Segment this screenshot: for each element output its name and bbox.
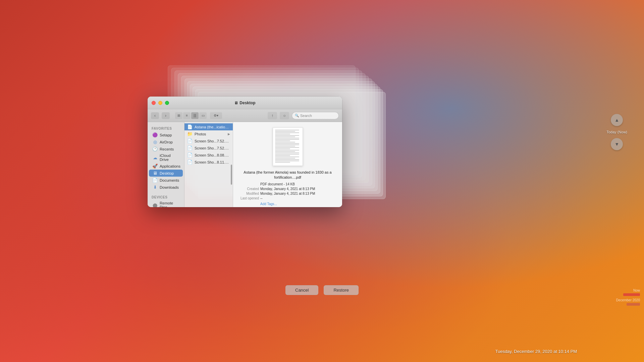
pdf-line xyxy=(275,150,299,150)
bottom-buttons: Cancel Restore xyxy=(285,285,359,295)
sidebar-item-applications[interactable]: 🚀 Applications xyxy=(149,163,183,170)
file-item-screen3[interactable]: 📄 Screen Sho...8.08.25 PM xyxy=(184,152,233,159)
setapp-icon: 🟣 xyxy=(152,132,158,137)
file-type-row: PDF document - 14 KB xyxy=(237,182,338,186)
pdf-line xyxy=(275,153,299,153)
file-type-label xyxy=(237,182,259,186)
pdf-line xyxy=(275,139,299,140)
recents-icon: 🕐 xyxy=(152,146,158,152)
timemachine-controls: ▲ Today (Now) ▼ xyxy=(606,114,627,150)
back-button[interactable]: ‹ xyxy=(151,112,159,119)
pdf-line xyxy=(275,161,299,161)
created-label: Created xyxy=(237,187,259,191)
pdf-line xyxy=(275,142,296,142)
modified-value: Monday, January 4, 2021 at 8:13 PM xyxy=(260,192,315,195)
finder-titlebar: 🖥 Desktop xyxy=(148,97,342,109)
finder-toolbar: ‹ › ⊞ ≡ ||| ▭ ⚙▾ ↑ ○ 🔍 Search xyxy=(148,109,342,122)
gallery-view-button[interactable]: ▭ xyxy=(199,112,207,119)
finder-body: Favorites 🟣 Setapp ◎ AirDrop 🕐 Recents ☁… xyxy=(148,122,342,207)
sidebar-item-remote-disc[interactable]: ⬤ Remote Disc xyxy=(149,200,183,207)
tm-date-dec[interactable]: December 2020 xyxy=(616,298,640,302)
cancel-button[interactable]: Cancel xyxy=(285,285,318,295)
sidebar-item-recents[interactable]: 🕐 Recents xyxy=(149,145,183,153)
pdf-line xyxy=(275,143,299,144)
pdf-line xyxy=(275,132,299,133)
maximize-button[interactable] xyxy=(165,101,169,105)
close-button[interactable] xyxy=(152,101,156,105)
sidebar-item-documents[interactable]: 📄 Documents xyxy=(149,177,183,184)
column-view-button[interactable]: ||| xyxy=(191,112,199,119)
remote-disc-icon: ⬤ xyxy=(152,203,158,207)
file-item-astana[interactable]: 📄 Astana (the...ication....pdf xyxy=(184,123,233,130)
file-type-value: PDF document - 14 KB xyxy=(260,182,295,186)
file-item-photos[interactable]: 📁 Photos ▶ xyxy=(184,130,233,137)
sidebar-item-desktop[interactable]: 🖥 Desktop xyxy=(149,170,183,177)
documents-icon: 📄 xyxy=(152,178,158,183)
sidebar-item-downloads[interactable]: ⬇ Downloads xyxy=(149,184,183,191)
search-icon: 🔍 xyxy=(295,114,299,117)
pdf-line xyxy=(275,140,290,141)
devices-header: Devices xyxy=(148,193,184,200)
pdf-line xyxy=(275,136,296,137)
tm-date-now[interactable]: Now xyxy=(633,289,640,292)
window-title: Desktop xyxy=(239,101,255,105)
add-tags-button[interactable]: Add Tags... xyxy=(260,202,277,206)
file-name-screen1: Screen Sho...7.52.32 PM xyxy=(195,139,230,143)
screenshot-icon-3: 📄 xyxy=(187,153,193,158)
created-value: Monday, January 4, 2021 at 8:13 PM xyxy=(260,187,315,191)
minimize-button[interactable] xyxy=(158,101,162,105)
icon-view-button[interactable]: ⊞ xyxy=(175,112,182,119)
restore-button[interactable]: Restore xyxy=(324,285,359,295)
airdrop-icon: ◎ xyxy=(152,139,158,144)
tm-up-button[interactable]: ▲ xyxy=(611,114,623,126)
pdf-line xyxy=(275,157,299,157)
sidebar-label-downloads: Downloads xyxy=(160,185,179,189)
pdf-thumbnail xyxy=(273,127,303,166)
file-metadata: PDF document - 14 KB Created Monday, Jan… xyxy=(237,182,338,207)
search-placeholder: Search xyxy=(300,114,312,118)
file-item-screen4[interactable]: 📄 Screen Sho...8.11.17 PM xyxy=(184,159,233,166)
finder-main: 📄 Astana (the...ication....pdf 📁 Photos … xyxy=(184,122,342,207)
favorites-header: Favorites xyxy=(148,125,184,131)
created-row: Created Monday, January 4, 2021 at 8:13 … xyxy=(237,187,338,191)
pdf-line xyxy=(275,147,299,148)
sidebar-label-documents: Documents xyxy=(160,178,179,182)
file-item-screen1[interactable]: 📄 Screen Sho...7.52.32 PM xyxy=(184,137,233,144)
sort-options-button[interactable]: ⚙▾ xyxy=(210,112,222,119)
screenshot-icon-1: 📄 xyxy=(187,138,193,143)
file-item-screen2[interactable]: 📄 Screen Sho...7.52.38 PM xyxy=(184,144,233,152)
finder-sidebar: Favorites 🟣 Setapp ◎ AirDrop 🕐 Recents ☁… xyxy=(148,122,184,207)
tm-now-bar xyxy=(623,293,640,296)
sidebar-label-recents: Recents xyxy=(160,147,174,151)
file-name-screen2: Screen Sho...7.52.38 PM xyxy=(195,146,230,150)
pdf-line xyxy=(275,134,290,134)
tm-dec-bar xyxy=(627,303,640,306)
pdf-line xyxy=(275,162,290,163)
sidebar-item-icloud[interactable]: ☁ iCloud Drive xyxy=(149,153,183,163)
tag-button[interactable]: ○ xyxy=(280,112,289,119)
sidebar-item-setapp[interactable]: 🟣 Setapp xyxy=(149,131,183,138)
pdf-line xyxy=(275,138,299,138)
last-opened-label: Last opened xyxy=(237,196,259,200)
view-buttons: ⊞ ≡ ||| ▭ xyxy=(175,112,207,119)
pdf-line xyxy=(275,144,299,145)
share-button[interactable]: ↑ xyxy=(268,112,277,119)
modified-label: Modified xyxy=(237,192,259,195)
timemachine-strips: Now December 2020 xyxy=(604,194,644,308)
file-name-astana: Astana (the...ication....pdf xyxy=(195,125,230,129)
preview-file-title: Astana (the former Akmola) was founded i… xyxy=(237,170,338,180)
sidebar-label-remote-disc: Remote Disc xyxy=(160,201,179,207)
scrollbar-thumb[interactable] xyxy=(231,165,232,185)
sidebar-label-setapp: Setapp xyxy=(160,133,172,137)
sidebar-item-airdrop[interactable]: ◎ AirDrop xyxy=(149,138,183,145)
forward-button[interactable]: › xyxy=(162,112,170,119)
pdf-line xyxy=(275,135,299,136)
applications-icon: 🚀 xyxy=(152,164,158,169)
list-view-button[interactable]: ≡ xyxy=(183,112,191,119)
pdf-line xyxy=(275,158,296,159)
search-box[interactable]: 🔍 Search xyxy=(292,112,339,119)
clock-display: Tuesday, December 29, 2020 at 10:14 PM xyxy=(495,349,577,354)
sidebar-label-icloud: iCloud Drive xyxy=(160,154,179,162)
tm-down-button[interactable]: ▼ xyxy=(611,138,623,150)
folder-arrow-icon: ▶ xyxy=(228,132,230,136)
